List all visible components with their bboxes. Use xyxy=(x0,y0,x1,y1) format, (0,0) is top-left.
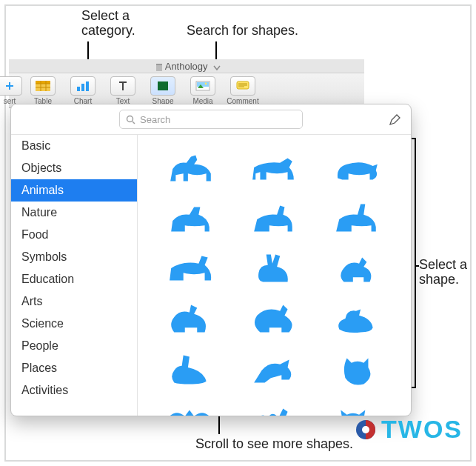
svg-rect-9 xyxy=(197,82,209,87)
svg-point-14 xyxy=(351,365,355,370)
search-placeholder: Search xyxy=(140,114,170,125)
svg-rect-5 xyxy=(81,84,84,91)
svg-rect-4 xyxy=(77,87,80,91)
shape-button[interactable]: Shape xyxy=(145,76,181,105)
category-item[interactable]: People xyxy=(11,335,137,357)
edit-shapes-button[interactable] xyxy=(387,113,402,127)
titlebar: Anthology xyxy=(9,59,364,73)
shape-dog[interactable] xyxy=(167,199,215,239)
shape-hen[interactable] xyxy=(333,250,382,290)
chart-icon xyxy=(70,76,95,96)
category-item[interactable]: Nature xyxy=(11,202,137,224)
shape-horse[interactable] xyxy=(167,149,215,189)
shape-pig[interactable] xyxy=(333,149,382,189)
shape-camel[interactable] xyxy=(249,401,298,416)
document-name-text: Anthology xyxy=(165,61,208,72)
category-item[interactable]: Science xyxy=(11,313,137,335)
callout-scroll: Scroll to see more shapes. xyxy=(195,437,353,452)
category-item[interactable]: Food xyxy=(11,224,137,246)
shape-donkey[interactable] xyxy=(333,199,382,239)
search-icon xyxy=(126,115,135,124)
comment-button[interactable]: Comment xyxy=(225,76,261,105)
shape-cat[interactable] xyxy=(333,401,382,416)
callout-search: Search for shapes. xyxy=(187,24,298,39)
media-icon xyxy=(190,76,215,96)
shape-duck[interactable] xyxy=(333,300,382,340)
watermark: TWOS xyxy=(355,415,463,444)
toolbar: sert Table Chart xyxy=(9,73,364,108)
plus-icon xyxy=(0,76,22,96)
search-input[interactable]: Search xyxy=(119,110,303,129)
shapes-popover: Search BasicObjectsAnimalsNatureFoodSymb… xyxy=(10,104,412,416)
category-item[interactable]: Activities xyxy=(11,379,137,402)
app-window: Anthology sert Table xyxy=(9,59,364,108)
shape-goose[interactable] xyxy=(167,350,215,390)
callout-select-shape: Select a shape. xyxy=(419,258,467,287)
svg-rect-7 xyxy=(158,81,168,90)
leader-line xyxy=(415,265,419,267)
shape-bird[interactable] xyxy=(249,350,298,390)
text-icon xyxy=(110,76,135,96)
category-list: BasicObjectsAnimalsNatureFoodSymbolsEduc… xyxy=(11,135,138,416)
insert-button[interactable]: sert xyxy=(0,76,21,105)
table-icon xyxy=(30,76,56,96)
shape-bat[interactable] xyxy=(167,401,215,416)
shape-icon xyxy=(150,76,175,96)
svg-point-17 xyxy=(362,426,369,433)
comment-icon xyxy=(230,76,255,96)
chevron-down-icon xyxy=(213,65,221,71)
popover-body: BasicObjectsAnimalsNatureFoodSymbolsEduc… xyxy=(11,135,411,416)
pencil-icon xyxy=(389,114,400,126)
category-item[interactable]: Objects xyxy=(11,157,137,179)
category-item[interactable]: Places xyxy=(11,357,137,379)
shape-rooster[interactable] xyxy=(167,300,215,340)
watermark-text: TWOS xyxy=(381,415,463,444)
text-button[interactable]: Text xyxy=(105,76,141,105)
media-button[interactable]: Media xyxy=(185,76,221,105)
shape-owl[interactable] xyxy=(333,350,382,390)
category-item[interactable]: Basic xyxy=(11,135,137,157)
document-name: Anthology xyxy=(152,61,221,72)
logo-icon xyxy=(355,417,377,442)
callout-category: Select a category. xyxy=(81,9,135,39)
chart-button[interactable]: Chart xyxy=(65,76,101,105)
shape-rabbit[interactable] xyxy=(249,250,298,290)
svg-rect-6 xyxy=(86,81,89,91)
table-button[interactable]: Table xyxy=(25,76,61,105)
shape-grid[interactable] xyxy=(138,135,411,416)
popover-header: Search xyxy=(11,104,411,135)
shape-turkey[interactable] xyxy=(249,300,298,340)
category-item[interactable]: Symbols xyxy=(11,246,137,268)
category-item[interactable]: Animals xyxy=(11,179,137,202)
shape-ox[interactable] xyxy=(167,250,215,290)
svg-point-15 xyxy=(360,365,364,370)
shape-cow[interactable] xyxy=(249,149,298,189)
shape-goat[interactable] xyxy=(249,199,298,239)
category-item[interactable]: Education xyxy=(11,268,137,290)
svg-rect-3 xyxy=(36,81,50,84)
svg-point-11 xyxy=(205,82,207,84)
svg-point-13 xyxy=(127,116,133,122)
document-icon xyxy=(155,64,163,71)
svg-rect-1 xyxy=(156,64,162,65)
category-item[interactable]: Arts xyxy=(11,290,137,313)
